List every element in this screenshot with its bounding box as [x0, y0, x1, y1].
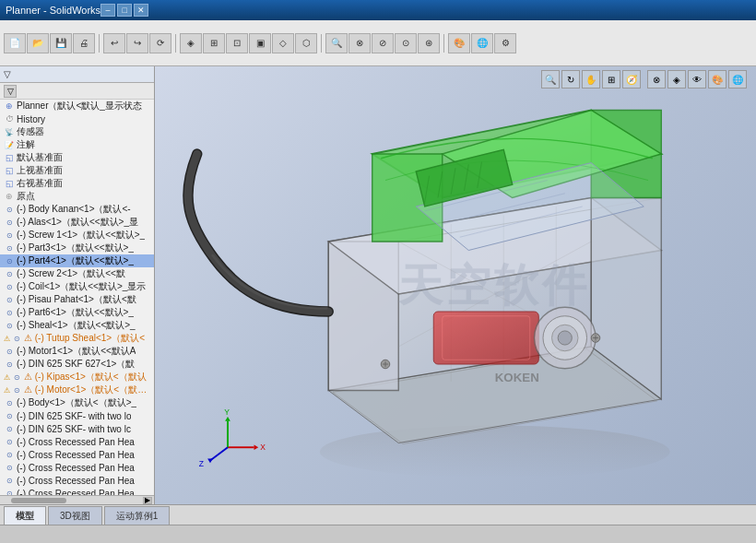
render3-btn[interactable]: ⚙ [494, 33, 516, 53]
rotate-btn[interactable]: ↻ [561, 70, 580, 89]
new-btn[interactable]: 📄 [4, 33, 26, 53]
feature-label-kipas: ⚠ (-) Kipas<1>（默认<（默认 [24, 371, 147, 384]
print-btn[interactable]: 🖨 [73, 33, 95, 53]
feature-icon-alas: ⊙ [4, 217, 15, 228]
feature-item-cross3[interactable]: ⊙(-) Cross Recessed Pan Hea [0, 461, 154, 474]
feature-item-right-plane[interactable]: ◱右视基准面 [0, 177, 154, 190]
feature-icon-motor1: ⊙ [4, 346, 15, 357]
tool6-btn[interactable]: ⬡ [295, 33, 317, 53]
feature-item-din625b[interactable]: ⊙(-) DIN 625 SKF- with two lo [0, 409, 154, 422]
feature-item-din625c[interactable]: ⊙(-) DIN 625 SKF- with two lc [0, 422, 154, 435]
status-bar [0, 525, 756, 543]
tool1-btn[interactable]: ◈ [180, 33, 202, 53]
rebuild-btn[interactable]: ⟳ [149, 33, 171, 53]
feature-item-annotation[interactable]: 📝注解 [0, 138, 154, 151]
pan-btn[interactable]: ✋ [582, 70, 600, 89]
feature-label-motor2: ⚠ (-) Motor<1>（默认<（默认<默 [24, 384, 152, 396]
fit-btn[interactable]: ⊞ [602, 70, 620, 89]
tool5-btn[interactable]: ◇ [272, 33, 294, 53]
feature-item-top-plane[interactable]: ◱上视基准面 [0, 164, 154, 177]
feature-item-part6[interactable]: ⊙(-) Part6<1>（默认<<默认>_ [0, 306, 154, 319]
feature-item-history[interactable]: ⏱History [0, 112, 154, 125]
feature-label-cross3: (-) Cross Recessed Pan Hea [17, 463, 135, 473]
toolbar-group-3: ◈ ⊞ ⊡ ▣ ◇ ⬡ [180, 33, 317, 53]
feature-label-pisau: (-) Pisau Pahat<1>（默认<默 [17, 293, 136, 306]
feature-item-part4[interactable]: ⊙(-) Part4<1>（默认<<默认>_ [0, 254, 154, 267]
appearances-btn[interactable]: 🎨 [708, 70, 726, 89]
feature-icon-sensor: 📡 [4, 126, 15, 137]
window-controls: – □ ✕ [100, 4, 148, 17]
minimize-button[interactable]: – [100, 4, 115, 17]
h-scrollbar-thumb[interactable] [11, 498, 66, 503]
view3-btn[interactable]: ⊘ [372, 33, 394, 53]
filter-bar: ▽ [0, 83, 154, 100]
feature-item-motor1[interactable]: ⊙(-) Motor1<1>（默认<<默认A [0, 345, 154, 358]
feature-icon-front-plane: ◱ [4, 152, 15, 163]
feature-item-pisau[interactable]: ⊙(-) Pisau Pahat<1>（默认<默 [0, 293, 154, 306]
feature-icon-cross4: ⊙ [4, 475, 15, 486]
undo-btn[interactable]: ↩ [103, 33, 125, 53]
right-arrow-btn[interactable]: ▶ [143, 497, 152, 504]
feature-item-kipas[interactable]: ⚠⊙⚠ (-) Kipas<1>（默认<（默认 [0, 371, 154, 384]
display-style-btn[interactable]: ◈ [667, 70, 686, 89]
scenes-btn[interactable]: 🌐 [728, 70, 747, 89]
hide-show-btn[interactable]: 👁 [688, 70, 706, 89]
view5-btn[interactable]: ⊛ [418, 33, 440, 53]
viewport[interactable]: 🔍 ↻ ✋ ⊞ 🧭 ⊗ ◈ 👁 🎨 🌐 天空软件 [155, 66, 756, 504]
section-btn[interactable]: ⊗ [647, 70, 666, 89]
main-toolbar: 📄 📂 💾 🖨 ↩ ↪ ⟳ ◈ ⊞ ⊡ ▣ ◇ ⬡ 🔍 ⊗ ⊘ ⊙ ⊛ 🎨 🌐 … [0, 20, 756, 66]
feature-item-cross2[interactable]: ⊙(-) Cross Recessed Pan Hea [0, 448, 154, 461]
feature-item-tutup[interactable]: ⚠⊙⚠ (-) Tutup Sheal<1>（默认< [0, 332, 154, 345]
redo-btn[interactable]: ↪ [126, 33, 148, 53]
save-btn[interactable]: 💾 [50, 33, 72, 53]
feature-label-part3: (-) Part3<1>（默认<<默认>_ [17, 242, 134, 254]
feature-icon-cross3: ⊙ [4, 462, 15, 473]
feature-item-part3[interactable]: ⊙(-) Part3<1>（默认<<默认>_ [0, 242, 154, 254]
tab-motion[interactable]: 运动算例1 [104, 506, 171, 525]
feature-item-cross5[interactable]: ⊙(-) Cross Recessed Pan Hea [0, 487, 154, 495]
view4-btn[interactable]: ⊙ [395, 33, 417, 53]
close-button[interactable]: ✕ [134, 4, 148, 17]
feature-label-annotation: 注解 [17, 138, 35, 151]
render1-btn[interactable]: 🎨 [448, 33, 470, 53]
feature-item-screw2[interactable]: ⊙(-) Screw 2<1>（默认<<默 [0, 267, 154, 280]
view2-btn[interactable]: ⊗ [348, 33, 371, 53]
feature-item-origin[interactable]: ⊕原点 [0, 190, 154, 203]
render2-btn[interactable]: 🌐 [471, 33, 493, 53]
tab-model[interactable]: 模型 [4, 506, 46, 525]
feature-item-cross4[interactable]: ⊙(-) Cross Recessed Pan Hea [0, 474, 154, 487]
feature-item-body2[interactable]: ⊙(-) Body<1>（默认<（默认>_ [0, 396, 154, 409]
svg-marker-44 [254, 444, 259, 450]
feature-item-sensor[interactable]: 📡传感器 [0, 125, 154, 138]
maximize-button[interactable]: □ [117, 4, 132, 17]
feature-item-body-kanan[interactable]: ⊙(-) Body Kanan<1>（默认<- [0, 203, 154, 216]
feature-item-alas[interactable]: ⊙(-) Alas<1>（默认<<默认>_显 [0, 216, 154, 229]
feature-item-screw1[interactable]: ⊙(-) Screw 1<1>（默认<<默认>_ [0, 229, 154, 242]
view1-btn[interactable]: 🔍 [325, 33, 348, 53]
feature-item-front-plane[interactable]: ◱默认基准面 [0, 151, 154, 164]
feature-label-body2: (-) Body<1>（默认<（默认>_ [17, 396, 136, 409]
feature-label-right-plane: 右视基准面 [17, 177, 63, 190]
open-btn[interactable]: 📂 [27, 33, 49, 53]
feature-item-coil[interactable]: ⊙(-) Coil<1>（默认<<默认>_显示 [0, 280, 154, 293]
filter-button[interactable]: ▽ [4, 85, 17, 98]
tab-3d[interactable]: 3D视图 [48, 506, 102, 525]
feature-list[interactable]: ⊕Planner（默认<默认_显示状态⏱History📡传感器📝注解◱默认基准面… [0, 100, 154, 495]
view-orient-btn[interactable]: 🧭 [622, 70, 641, 89]
feature-item-cross1[interactable]: ⊙(-) Cross Recessed Pan Hea [0, 435, 154, 448]
toolbar-group-4: 🔍 ⊗ ⊘ ⊙ ⊛ [325, 33, 440, 53]
bottom-tabs: 模型 3D视图 运动算例1 [0, 504, 756, 525]
toolbar-group-2: ↩ ↪ ⟳ [103, 33, 171, 53]
feature-icon-cross1: ⊙ [4, 436, 15, 447]
zoom-in-btn[interactable]: 🔍 [541, 70, 560, 89]
feature-item-din625a[interactable]: ⊙(-) DIN 625 SKF 627<1>（默 [0, 358, 154, 371]
tool4-btn[interactable]: ▣ [249, 33, 271, 53]
feature-icon-body2: ⊙ [4, 397, 15, 408]
feature-item-sheal[interactable]: ⊙(-) Sheal<1>（默认<<默认>_ [0, 319, 154, 332]
tool3-btn[interactable]: ⊡ [226, 33, 248, 53]
tool2-btn[interactable]: ⊞ [203, 33, 225, 53]
h-scrollbar[interactable]: ▶ [0, 495, 154, 504]
feature-item-motor2[interactable]: ⚠⊙⚠ (-) Motor<1>（默认<（默认<默 [0, 384, 154, 396]
feature-label-cross1: (-) Cross Recessed Pan Hea [17, 437, 135, 447]
feature-item-planner[interactable]: ⊕Planner（默认<默认_显示状态 [0, 100, 154, 112]
